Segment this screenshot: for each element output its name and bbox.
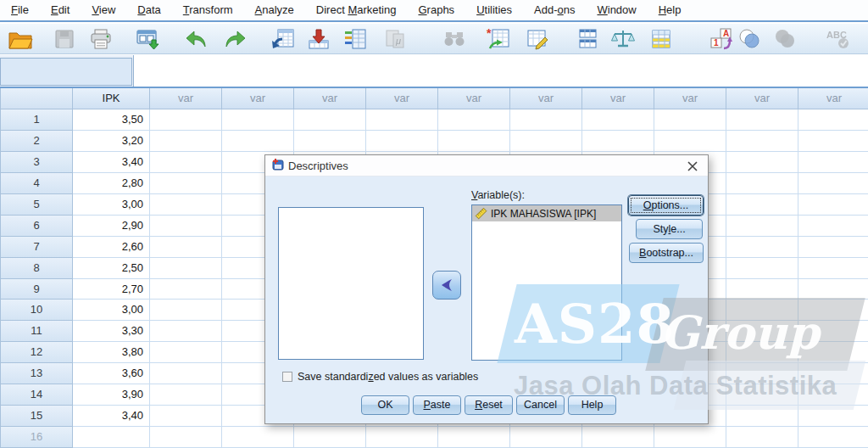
empty-cell[interactable]	[150, 194, 222, 216]
ipk-value-cell[interactable]: 3,00	[73, 194, 150, 216]
empty-cell[interactable]	[798, 237, 868, 258]
use-variable-sets-icon[interactable]: A1	[709, 26, 736, 52]
menu-transform[interactable]: Transform	[172, 0, 244, 20]
menu-view[interactable]: View	[81, 0, 126, 20]
menu-edit[interactable]: Edit	[40, 0, 81, 20]
reset-button[interactable]: Reset	[465, 395, 513, 415]
empty-cell[interactable]	[510, 131, 582, 152]
ipk-value-cell[interactable]: 2,80	[73, 173, 150, 194]
empty-cell[interactable]	[798, 321, 868, 342]
column-header-var[interactable]: var	[582, 88, 654, 109]
empty-cell[interactable]	[438, 109, 510, 131]
show-all-variables-icon[interactable]	[736, 26, 763, 52]
menu-direct-marketing[interactable]: Direct Marketing	[305, 0, 408, 20]
empty-cell[interactable]	[582, 131, 654, 152]
empty-cell[interactable]	[726, 363, 798, 384]
empty-cell[interactable]	[150, 173, 222, 194]
column-header-var[interactable]: var	[366, 88, 438, 109]
menu-utilities[interactable]: Utilities	[465, 0, 523, 20]
ipk-value-cell[interactable]: 3,30	[73, 321, 150, 342]
transfer-arrow-button[interactable]	[432, 271, 461, 300]
empty-cell[interactable]	[726, 406, 798, 427]
menu-help[interactable]: Help	[648, 0, 693, 20]
ipk-value-cell[interactable]	[73, 427, 150, 448]
empty-cell[interactable]	[798, 109, 868, 131]
empty-cell[interactable]	[726, 342, 798, 363]
empty-cell[interactable]	[294, 109, 366, 131]
row-number-cell[interactable]: 11	[0, 321, 73, 342]
redo-icon[interactable]	[222, 26, 249, 52]
empty-cell[interactable]	[798, 427, 868, 448]
cancel-button[interactable]: Cancel	[516, 395, 565, 415]
empty-cell[interactable]	[726, 152, 798, 173]
empty-cell[interactable]	[150, 321, 222, 342]
empty-cell[interactable]	[582, 427, 654, 448]
ipk-value-cell[interactable]: 3,40	[73, 152, 150, 173]
row-number-cell[interactable]: 16	[0, 427, 73, 448]
empty-cell[interactable]	[150, 258, 222, 279]
empty-cell[interactable]	[798, 406, 868, 427]
row-number-cell[interactable]: 3	[0, 152, 73, 173]
empty-cell[interactable]	[726, 109, 798, 131]
empty-cell[interactable]	[510, 109, 582, 131]
menu-file[interactable]: File	[0, 0, 40, 20]
empty-cell[interactable]	[150, 300, 222, 321]
empty-cell[interactable]	[798, 342, 868, 363]
goto-case-icon[interactable]	[270, 26, 297, 52]
empty-cell[interactable]	[798, 131, 868, 152]
column-header-var[interactable]: var	[654, 88, 726, 109]
row-number-cell[interactable]: 2	[0, 131, 73, 152]
recall-dialogs-icon[interactable]	[134, 26, 161, 52]
empty-cell[interactable]	[654, 109, 726, 131]
source-variables-list[interactable]	[278, 207, 424, 360]
empty-cell[interactable]	[510, 427, 582, 448]
ok-button[interactable]: OK	[361, 395, 409, 415]
goto-variable-icon[interactable]	[305, 26, 332, 52]
cell-reference-box[interactable]	[0, 58, 132, 86]
empty-cell[interactable]	[798, 300, 868, 321]
row-number-cell[interactable]: 1	[0, 109, 73, 131]
ipk-value-cell[interactable]: 2,90	[73, 216, 150, 237]
row-number-cell[interactable]: 4	[0, 173, 73, 194]
empty-cell[interactable]	[726, 321, 798, 342]
row-number-cell[interactable]: 8	[0, 258, 73, 279]
menu-data[interactable]: Data	[126, 0, 171, 20]
empty-cell[interactable]	[294, 427, 366, 448]
empty-cell[interactable]	[726, 237, 798, 258]
ipk-value-cell[interactable]: 3,90	[73, 384, 150, 406]
empty-cell[interactable]	[150, 363, 222, 384]
ipk-value-cell[interactable]: 3,00	[73, 300, 150, 321]
help-button[interactable]: Help	[568, 395, 616, 415]
save-standardized-checkbox[interactable]	[282, 372, 292, 382]
close-icon[interactable]	[685, 159, 700, 174]
empty-cell[interactable]	[654, 427, 726, 448]
paste-button[interactable]: Paste	[413, 395, 461, 415]
empty-cell[interactable]	[366, 427, 438, 448]
empty-cell[interactable]	[726, 427, 798, 448]
insert-variable-icon[interactable]	[524, 26, 551, 52]
print-icon[interactable]	[87, 26, 114, 52]
empty-cell[interactable]	[222, 109, 294, 131]
menu-add-ons[interactable]: Add-ons	[523, 0, 586, 20]
ipk-value-cell[interactable]: 2,60	[73, 237, 150, 258]
column-header-var[interactable]: var	[726, 88, 798, 109]
variables-icon[interactable]	[342, 26, 369, 52]
column-header-ipk[interactable]: IPK	[73, 88, 150, 109]
row-number-cell[interactable]: 15	[0, 406, 73, 427]
undo-icon[interactable]	[182, 26, 209, 52]
empty-cell[interactable]	[366, 109, 438, 131]
column-header-var[interactable]: var	[438, 88, 510, 109]
grid-corner-cell[interactable]	[0, 88, 73, 109]
empty-cell[interactable]	[150, 342, 222, 363]
empty-cell[interactable]	[150, 427, 222, 448]
row-number-cell[interactable]: 5	[0, 194, 73, 216]
column-header-var[interactable]: var	[222, 88, 294, 109]
variable-item[interactable]: IPK MAHASISWA [IPK]	[472, 205, 621, 221]
row-number-cell[interactable]: 10	[0, 300, 73, 321]
value-labels-icon[interactable]	[648, 26, 675, 52]
empty-cell[interactable]	[366, 131, 438, 152]
weight-cases-icon[interactable]	[609, 26, 637, 52]
column-header-var[interactable]: var	[510, 88, 582, 109]
empty-cell[interactable]	[726, 300, 798, 321]
empty-cell[interactable]	[438, 427, 510, 448]
